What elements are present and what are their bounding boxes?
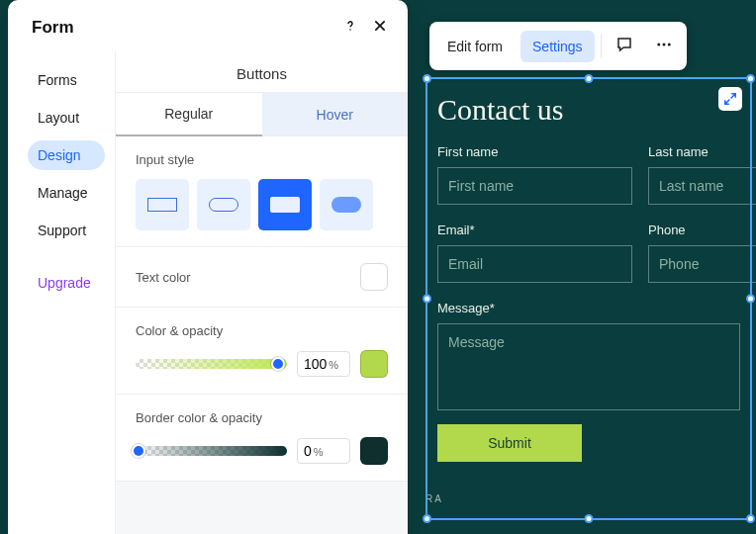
selection-outline[interactable]	[425, 77, 752, 520]
expand-button[interactable]	[718, 87, 742, 111]
svg-point-3	[349, 29, 351, 31]
nav-support[interactable]: Support	[28, 216, 105, 245]
text-color-swatch[interactable]	[360, 263, 388, 291]
color-opacity-group: Color & opacity 100 %	[116, 308, 408, 395]
resize-handle[interactable]	[746, 514, 755, 523]
rect-filled-icon	[270, 197, 300, 213]
opacity-value: 100	[304, 356, 327, 372]
properties-pane: Buttons Regular Hover Input style	[115, 51, 408, 534]
svg-point-1	[662, 44, 665, 46]
style-option-filled-rect[interactable]	[258, 179, 312, 230]
upgrade-link[interactable]: Upgrade	[28, 269, 105, 297]
opacity-slider-track[interactable]	[136, 359, 287, 369]
more-button[interactable]	[647, 28, 681, 64]
comments-button[interactable]	[608, 28, 641, 64]
resize-handle[interactable]	[423, 74, 431, 83]
style-option-filled-pill[interactable]	[320, 179, 373, 230]
border-opacity-slider-handle[interactable]	[132, 444, 145, 458]
resize-handle[interactable]	[423, 295, 431, 304]
help-button[interactable]	[342, 18, 358, 38]
panel-header: Form	[8, 0, 408, 51]
border-color-swatch[interactable]	[360, 437, 388, 465]
border-opacity-unit: %	[314, 446, 324, 458]
toolbar-divider	[601, 35, 602, 58]
text-color-label: Text color	[136, 270, 191, 285]
settings-button[interactable]: Settings	[520, 31, 595, 62]
floating-toolbar: Edit form Settings	[429, 22, 687, 70]
resize-handle[interactable]	[585, 74, 594, 83]
border-opacity-slider-track[interactable]	[136, 446, 287, 456]
opacity-unit: %	[329, 359, 338, 371]
design-panel: Form Forms Layout Design Manage Support …	[8, 0, 408, 534]
resize-handle[interactable]	[746, 74, 755, 83]
opacity-value-box[interactable]: 100 %	[297, 351, 350, 377]
section-heading: Buttons	[116, 51, 408, 93]
tab-hover[interactable]: Hover	[262, 93, 409, 136]
side-nav: Forms Layout Design Manage Support Upgra…	[8, 51, 115, 534]
color-opacity-label: Color & opacity	[136, 323, 388, 338]
border-opacity-label: Border color & opacity	[136, 410, 388, 425]
border-opacity-value-box[interactable]: 0 %	[297, 438, 350, 464]
speech-bubble-icon	[615, 36, 633, 53]
rect-outline-icon	[147, 198, 177, 212]
pill-filled-icon	[331, 197, 361, 213]
expand-icon	[723, 92, 737, 106]
style-option-outline-pill[interactable]	[197, 179, 250, 230]
nav-manage[interactable]: Manage	[28, 178, 105, 208]
input-style-group: Input style	[116, 136, 408, 247]
opacity-slider-handle[interactable]	[271, 357, 285, 371]
svg-point-0	[657, 44, 660, 46]
panel-title: Form	[32, 18, 74, 38]
style-option-outline-rect[interactable]	[136, 179, 189, 230]
svg-point-2	[667, 44, 670, 46]
border-opacity-value: 0	[304, 443, 312, 459]
resize-handle[interactable]	[423, 514, 431, 523]
nav-layout[interactable]: Layout	[28, 103, 105, 133]
pill-outline-icon	[209, 198, 238, 212]
fill-color-swatch[interactable]	[360, 350, 388, 378]
border-opacity-group: Border color & opacity 0 %	[116, 395, 408, 482]
edit-form-button[interactable]: Edit form	[435, 31, 515, 62]
resize-handle[interactable]	[585, 514, 594, 523]
input-style-label: Input style	[136, 152, 388, 167]
question-icon	[342, 18, 358, 34]
border-opacity-gradient	[136, 446, 287, 456]
nav-design[interactable]: Design	[28, 140, 105, 170]
resize-handle[interactable]	[746, 295, 755, 304]
tab-regular[interactable]: Regular	[116, 93, 262, 136]
ellipsis-icon	[655, 36, 673, 53]
canvas: Edit form Settings RA Contact us First n…	[416, 0, 756, 534]
opacity-gradient	[136, 359, 287, 369]
close-button[interactable]	[372, 18, 388, 38]
nav-forms[interactable]: Forms	[28, 65, 105, 95]
close-icon	[372, 18, 388, 34]
text-color-group: Text color	[116, 247, 408, 308]
state-tabs: Regular Hover	[116, 93, 408, 136]
